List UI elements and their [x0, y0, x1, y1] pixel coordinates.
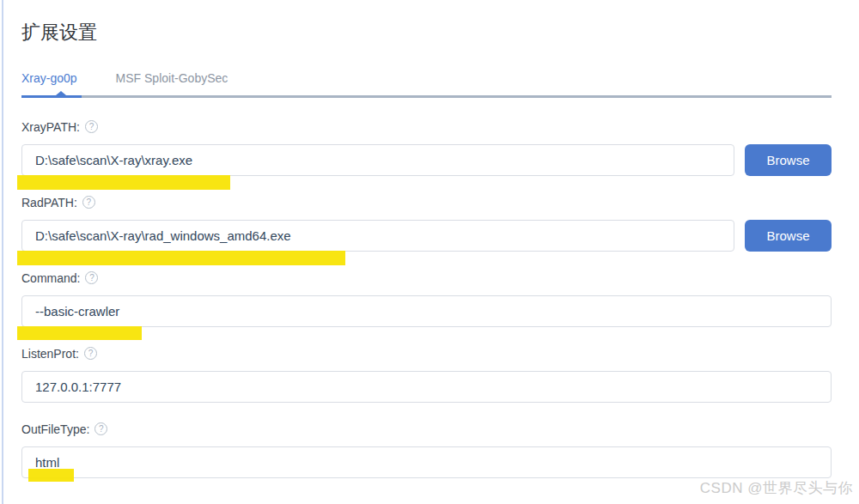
help-icon[interactable]: ? [82, 196, 95, 209]
listenprot-input[interactable] [21, 371, 832, 403]
form-field-command: Command: ? [21, 271, 832, 327]
form-field-radpath: RadPATH: ? Browse [21, 196, 832, 252]
help-icon[interactable]: ? [84, 347, 97, 360]
watermark: CSDN @世界尽头与你 [700, 478, 853, 498]
xraypath-browse-button[interactable]: Browse [745, 144, 832, 176]
form-field-outfiletype: OutFileType: ? [21, 422, 832, 478]
radpath-browse-button[interactable]: Browse [745, 220, 832, 252]
help-icon[interactable]: ? [94, 422, 107, 435]
settings-form: XrayPATH: ? Browse RadPATH: ? Browse [21, 120, 832, 478]
tab-xray-go0p[interactable]: Xray-go0p [21, 71, 77, 85]
active-tab-indicator [21, 95, 82, 98]
tab-underline [21, 95, 832, 98]
outfiletype-label: OutFileType: [21, 422, 89, 436]
highlight-mark-xraypath [17, 175, 230, 190]
highlight-mark-radpath [17, 251, 345, 265]
tab-msf-sploit-gobysec[interactable]: MSF Sploit-GobySec [116, 71, 228, 85]
left-border-line [2, 0, 3, 504]
command-label: Command: [21, 271, 80, 285]
active-tab-arrow-icon [56, 91, 66, 95]
page-title: 扩展设置 [21, 20, 832, 46]
xraypath-input[interactable] [21, 144, 734, 176]
radpath-input[interactable] [21, 220, 734, 252]
form-field-xraypath: XrayPATH: ? Browse [21, 120, 832, 176]
highlight-mark-command [17, 326, 142, 340]
form-field-listenprot: ListenProt: ? [21, 347, 832, 403]
listenprot-label: ListenProt: [21, 347, 79, 361]
command-input[interactable] [21, 295, 832, 327]
radpath-label: RadPATH: [21, 196, 77, 209]
help-icon[interactable]: ? [85, 120, 98, 133]
outfiletype-input[interactable] [21, 446, 832, 478]
settings-content: 扩展设置 Xray-go0p MSF Sploit-GobySec XrayPA… [0, 0, 859, 478]
extension-settings-page: 扩展设置 Xray-go0p MSF Sploit-GobySec XrayPA… [0, 0, 859, 504]
tab-bar: Xray-go0p MSF Sploit-GobySec [21, 70, 832, 86]
help-icon[interactable]: ? [85, 271, 98, 284]
xraypath-label: XrayPATH: [21, 120, 80, 134]
